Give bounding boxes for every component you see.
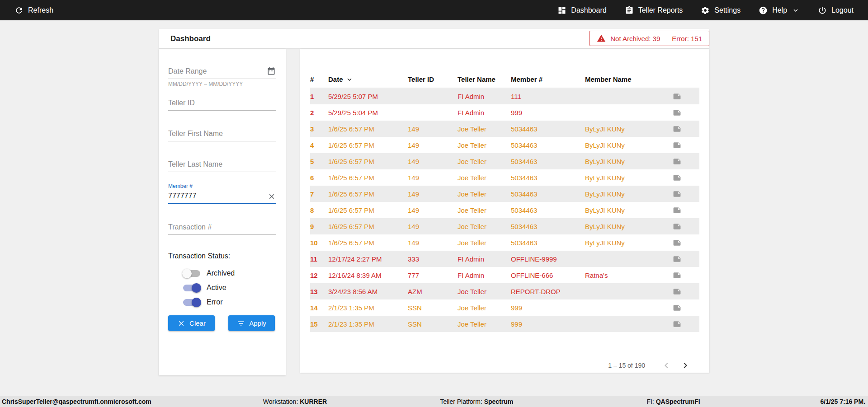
teller-id-input[interactable]	[168, 97, 276, 111]
cell-date: 5/29/25 5:07 PM	[328, 93, 408, 100]
cell-member-name: ByLyJI KUNy	[585, 190, 670, 198]
col-teller-name[interactable]: Teller Name	[458, 75, 511, 83]
nav-logout-label: Logout	[831, 6, 854, 14]
member-number-input[interactable]	[168, 190, 276, 204]
cell-member-number: 999	[511, 320, 585, 328]
table-row[interactable]: 142/1/23 1:35 PMSSNJoe Teller999	[310, 299, 699, 316]
cell-teller-name: Joe Teller	[458, 239, 511, 247]
chevron-left-icon	[661, 360, 672, 371]
table-row[interactable]: 152/1/23 1:35 PMSSNJoe Teller999	[310, 316, 699, 332]
col-teller-id[interactable]: Teller ID	[408, 75, 458, 83]
table-row[interactable]: 133/24/23 8:56 AMAZMJoe TellerREPORT-DRO…	[310, 283, 699, 299]
cell-date: 12/17/24 2:27 PM	[328, 255, 408, 263]
note-icon[interactable]	[673, 173, 681, 182]
cell-date: 1/6/25 6:57 PM	[328, 174, 408, 182]
table-row[interactable]: 1112/17/24 2:27 PM333FI AdminOFFLINE-999…	[310, 251, 699, 267]
table-row[interactable]: 41/6/25 6:57 PM149Joe Teller5034463ByLyJ…	[310, 137, 699, 153]
chevron-down-icon	[792, 6, 800, 14]
main-area: Dashboard Not Archived: 39 Error: 151 MM…	[0, 20, 868, 396]
table-row[interactable]: 71/6/25 6:57 PM149Joe Teller5034463ByLyJ…	[310, 186, 699, 202]
col-member-name[interactable]: Member Name	[585, 75, 670, 83]
note-icon[interactable]	[673, 141, 681, 150]
date-range-input[interactable]	[168, 65, 276, 79]
cell-member-number: 5034463	[511, 206, 585, 214]
table-row[interactable]: 15/29/25 5:07 PMFI Admin111	[310, 88, 699, 104]
cell-teller-id: SSN	[408, 320, 458, 328]
table-row[interactable]: 61/6/25 6:57 PM149Joe Teller5034463ByLyJ…	[310, 169, 699, 186]
nav-dashboard[interactable]: Dashboard	[557, 6, 606, 15]
cell-member-number: 5034463	[511, 190, 585, 198]
cell-member-name: ByLyJI KUNy	[585, 239, 670, 247]
cell-member-number: 999	[511, 109, 585, 117]
cell-member-number: 5034463	[511, 239, 585, 247]
nav-help[interactable]: Help	[759, 6, 800, 15]
note-icon[interactable]	[673, 320, 681, 328]
clear-member-icon[interactable]	[268, 192, 276, 201]
cell-teller-id: AZM	[408, 288, 458, 295]
note-icon[interactable]	[673, 222, 681, 231]
note-icon[interactable]	[673, 206, 681, 215]
table-row[interactable]: 101/6/25 6:57 PM149Joe Teller5034463ByLy…	[310, 234, 699, 251]
nav-settings[interactable]: Settings	[701, 6, 741, 15]
refresh-label: Refresh	[28, 6, 53, 14]
next-page-button[interactable]	[676, 360, 695, 371]
note-icon[interactable]	[673, 271, 681, 280]
nav-teller-reports[interactable]: Teller Reports	[625, 6, 683, 15]
cell-member-number: 5034463	[511, 223, 585, 230]
refresh-button[interactable]: Refresh	[14, 6, 53, 15]
table-row[interactable]: 81/6/25 6:57 PM149Joe Teller5034463ByLyJ…	[310, 202, 699, 218]
transaction-number-input[interactable]	[168, 221, 276, 235]
col-number[interactable]: #	[310, 75, 328, 83]
note-icon[interactable]	[673, 304, 681, 312]
table-row[interactable]: 51/6/25 6:57 PM149Joe Teller5034463ByLyJ…	[310, 153, 699, 169]
col-date[interactable]: Date	[328, 75, 408, 84]
note-icon[interactable]	[673, 157, 681, 166]
note-icon[interactable]	[673, 239, 681, 247]
nav-dashboard-label: Dashboard	[571, 6, 606, 14]
nav-settings-label: Settings	[714, 6, 741, 14]
cell-member-number: 111	[511, 93, 585, 100]
error-toggle[interactable]	[183, 299, 200, 306]
archived-toggle[interactable]	[183, 270, 200, 277]
cell-row-number: 9	[310, 223, 328, 230]
not-archived-count: Not Archived: 39	[610, 35, 660, 42]
error-toggle-label: Error	[207, 298, 223, 306]
note-icon[interactable]	[673, 190, 681, 198]
cell-teller-name: Joe Teller	[458, 125, 511, 133]
cell-teller-name: Joe Teller	[458, 174, 511, 182]
note-icon[interactable]	[673, 92, 681, 101]
cell-teller-name: Joe Teller	[458, 223, 511, 230]
previous-page-button[interactable]	[657, 360, 676, 371]
cell-teller-id: 149	[408, 141, 458, 149]
cell-teller-name: Joe Teller	[458, 158, 511, 165]
workstation-value: KURRER	[300, 398, 327, 405]
cell-member-name: ByLyJI KUNy	[585, 174, 670, 182]
note-icon[interactable]	[673, 125, 681, 133]
table-row[interactable]: 25/29/25 5:04 PMFI Admin999	[310, 104, 699, 121]
active-toggle-label: Active	[207, 284, 226, 292]
cell-member-number: REPORT-DROP	[511, 288, 585, 295]
teller-last-name-input[interactable]	[168, 159, 276, 172]
workstation-info: Workstation: KURRER	[263, 398, 327, 405]
table-row[interactable]: 1212/16/24 8:39 AM777FI AdminOFFLINE-666…	[310, 267, 699, 283]
active-toggle[interactable]	[183, 285, 200, 291]
cell-member-number: 5034463	[511, 174, 585, 182]
apply-button[interactable]: Apply	[228, 315, 275, 331]
cell-member-number: 5034463	[511, 141, 585, 149]
teller-id-field	[168, 97, 276, 111]
clear-button[interactable]: Clear	[168, 315, 215, 331]
col-member-number[interactable]: Member #	[511, 75, 585, 83]
teller-first-name-input[interactable]	[168, 128, 276, 141]
nav-logout[interactable]: Logout	[818, 6, 854, 15]
note-icon[interactable]	[673, 108, 681, 117]
note-icon[interactable]	[673, 255, 681, 263]
clear-button-label: Clear	[189, 319, 206, 327]
cell-teller-name: Joe Teller	[458, 288, 511, 295]
note-icon[interactable]	[673, 287, 681, 296]
toggle-row-error: Error	[183, 298, 276, 306]
calendar-icon[interactable]	[267, 66, 276, 75]
clipboard-icon	[625, 6, 634, 15]
table-row[interactable]: 31/6/25 6:57 PM149Joe Teller5034463ByLyJ…	[310, 121, 699, 137]
table-row[interactable]: 91/6/25 6:57 PM149Joe Teller5034463ByLyJ…	[310, 218, 699, 234]
chevron-right-icon	[680, 360, 691, 371]
